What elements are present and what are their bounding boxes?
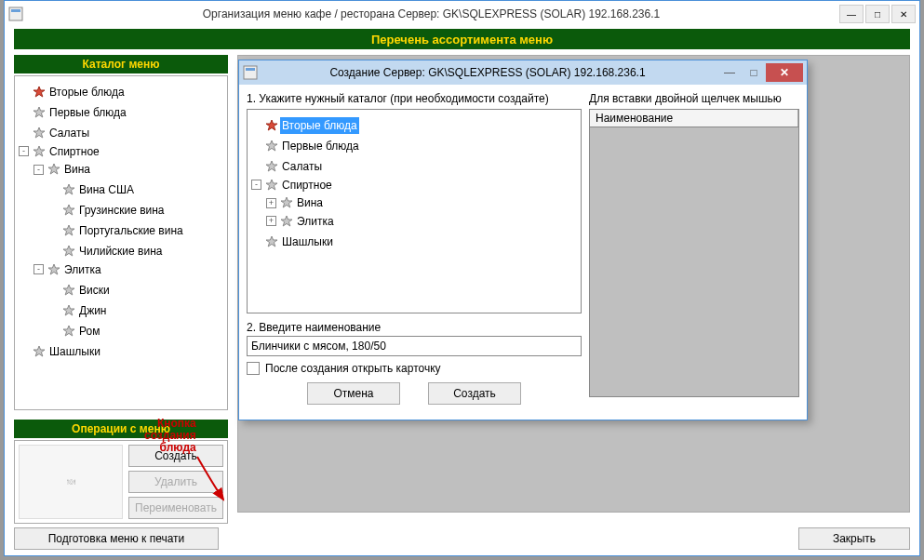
tree-node[interactable]: Вина США (48, 181, 136, 198)
tree-node-label[interactable]: Шашлыки (280, 233, 335, 250)
svg-rect-1 (11, 9, 20, 12)
tree-node-label[interactable]: Первые блюда (47, 104, 128, 121)
expander-icon[interactable]: + (266, 216, 276, 226)
tree-node[interactable]: Джин (48, 302, 108, 319)
tree-node-label[interactable]: Первые блюда (280, 138, 361, 154)
star-icon (265, 179, 278, 192)
dialog-title: Создание Сервер: GK\SQLEXPRESS (SOLAR) 1… (258, 66, 717, 79)
star-icon (62, 245, 75, 258)
tree-node-label[interactable]: Элитка (62, 261, 103, 278)
dialog-catalog-tree[interactable]: Вторые блюдаПервые блюдаСалаты-Спиртное+… (247, 109, 582, 313)
dialog-grid-header-cell[interactable]: Наименование (590, 110, 798, 127)
tree-node[interactable]: Чилийские вина (48, 243, 164, 260)
tree-node[interactable]: Первые блюда (19, 104, 128, 121)
tree-node-label[interactable]: Вторые блюда (280, 117, 359, 134)
star-icon (62, 224, 75, 237)
tree-node[interactable]: Первые блюда (251, 138, 361, 154)
tree-node-label[interactable]: Элитка (295, 213, 336, 230)
tree-node-label[interactable]: Ром (77, 323, 101, 340)
tree-node-label[interactable]: Чилийские вина (77, 243, 164, 260)
svg-rect-3 (246, 68, 255, 71)
star-icon (33, 86, 46, 99)
dialog-minimize-button[interactable]: — (717, 63, 742, 82)
dialog-maximize-button[interactable]: □ (742, 63, 766, 82)
tree-node[interactable]: +Элитка (266, 213, 336, 230)
star-icon (265, 160, 278, 173)
create-dialog: Создание Сервер: GK\SQLEXPRESS (SOLAR) 1… (238, 60, 808, 420)
minimize-button[interactable]: — (839, 5, 864, 23)
main-close-button[interactable]: Закрыть (798, 527, 910, 550)
tree-node-label[interactable]: Вина (295, 194, 325, 211)
dialog-close-button[interactable]: ✕ (766, 63, 803, 82)
star-icon (265, 235, 278, 248)
expander-icon[interactable]: + (266, 198, 276, 208)
expander-icon[interactable]: - (19, 146, 29, 156)
star-icon (280, 215, 293, 228)
tree-node[interactable]: Шашлыки (251, 233, 335, 250)
star-icon (47, 263, 60, 276)
main-window-title: Организация меню кафе / ресторана Сервер… (23, 7, 839, 20)
dialog-grid-body[interactable] (589, 127, 799, 397)
app-icon (8, 7, 23, 21)
tree-node-label[interactable]: Вина США (77, 181, 136, 198)
catalog-panel-title: Каталог меню (14, 55, 228, 73)
dialog-right-label: Для вставки двойной щелчек мышью (589, 92, 799, 105)
tree-node[interactable]: -Вина (33, 161, 92, 178)
dialog-step1-label: 1. Укажите нужный каталог (при необходим… (247, 92, 582, 105)
star-icon (62, 183, 75, 196)
tree-node-label[interactable]: Джин (77, 302, 108, 319)
star-icon (47, 163, 60, 176)
star-icon (265, 119, 278, 132)
star-icon (33, 145, 46, 158)
open-card-checkbox[interactable] (247, 362, 260, 375)
tree-node[interactable]: -Элитка (33, 261, 103, 278)
main-titlebar[interactable]: Организация меню кафе / ресторана Сервер… (5, 1, 919, 27)
maximize-button[interactable]: □ (865, 5, 890, 23)
dialog-app-icon (243, 65, 258, 80)
star-icon (265, 140, 278, 153)
close-button[interactable]: ✕ (891, 5, 916, 23)
ops-image-placeholder: 🍽 (19, 445, 123, 519)
tree-node[interactable]: Вторые блюда (19, 84, 127, 100)
tree-node[interactable]: +Вина (266, 194, 325, 211)
tree-node[interactable]: Салаты (19, 125, 91, 141)
tree-node-label[interactable]: Вторые блюда (47, 84, 127, 100)
callout-arrow-icon (195, 455, 233, 506)
tree-node-label[interactable]: Вина (62, 161, 92, 178)
callout-text: Кнопка создания блюда (144, 418, 196, 454)
tree-node-label[interactable]: Виски (77, 282, 112, 299)
tree-node[interactable]: -Спиртное (19, 143, 101, 160)
tree-node[interactable]: Виски (48, 282, 112, 299)
tree-node-label[interactable]: Салаты (280, 158, 324, 175)
tree-node[interactable]: -Спиртное (251, 177, 334, 193)
star-icon (33, 345, 46, 358)
tree-node-label[interactable]: Спиртное (47, 143, 101, 160)
tree-node-label[interactable]: Португальские вина (77, 222, 185, 239)
tree-node-label[interactable]: Спиртное (280, 177, 334, 193)
dialog-create-button[interactable]: Создать (428, 382, 521, 405)
tree-node[interactable]: Португальские вина (48, 222, 185, 239)
expander-icon[interactable]: - (33, 264, 44, 274)
tree-node[interactable]: Грузинские вина (48, 202, 167, 219)
tree-node[interactable]: Ром (48, 323, 101, 340)
catalog-tree[interactable]: Вторые блюдаПервые блюдаСалаты-Спиртное-… (14, 75, 228, 410)
star-icon (33, 127, 46, 140)
tree-node[interactable]: Вторые блюда (251, 117, 359, 134)
star-icon (280, 196, 293, 209)
dialog-cancel-button[interactable]: Отмена (307, 382, 400, 405)
tree-node-label[interactable]: Шашлыки (47, 343, 102, 360)
star-icon (62, 204, 75, 217)
expander-icon[interactable]: - (33, 165, 44, 175)
dialog-name-input[interactable] (247, 336, 582, 356)
tree-node-label[interactable]: Салаты (47, 125, 91, 141)
dialog-grid-header[interactable]: Наименование (589, 109, 799, 127)
star-icon (62, 284, 75, 297)
dialog-titlebar[interactable]: Создание Сервер: GK\SQLEXPRESS (SOLAR) 1… (239, 60, 807, 85)
dialog-step2-label: 2. Введите наименование (247, 321, 582, 334)
tree-node[interactable]: Шашлыки (19, 343, 102, 360)
tree-node-label[interactable]: Грузинские вина (77, 202, 167, 219)
expander-icon[interactable]: - (251, 180, 261, 190)
tree-node[interactable]: Салаты (251, 158, 324, 175)
star-icon (62, 325, 75, 338)
print-prepare-button[interactable]: Подготовка меню к печати (14, 527, 219, 550)
